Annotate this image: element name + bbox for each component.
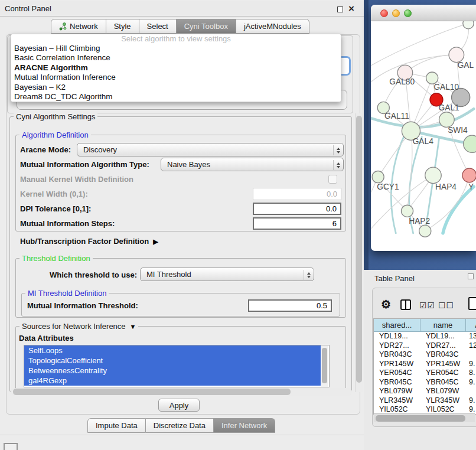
window-close-button[interactable]	[380, 9, 388, 17]
table-cell: YPR145W	[374, 360, 420, 369]
algorithm-option-basic-correlation-inference[interactable]: Basic Correlation Inference	[11, 53, 341, 63]
panel-bottom-divider	[0, 435, 364, 435]
mi-type-value: Naive Bayes	[167, 160, 210, 169]
tab-select[interactable]: Select	[139, 19, 177, 34]
data-attribute-item-selfloops[interactable]: SelfLoops	[24, 345, 321, 356]
combo-arrows-icon	[333, 160, 340, 170]
data-attribute-item-topologicalcoefficient[interactable]: TopologicalCoefficient	[24, 356, 321, 366]
mi-algorithm-type-select[interactable]: Naive Bayes	[161, 158, 344, 171]
table-row[interactable]: YBR043CYBR043C	[374, 350, 476, 360]
combo-arrows-icon	[333, 145, 340, 155]
network-node[interactable]	[425, 167, 441, 183]
network-node-label-hap4: HAP4	[435, 182, 457, 191]
deselect-all-checkboxes-icon[interactable]: ☐☐	[438, 301, 454, 310]
algorithm-option-bayesian-k2[interactable]: Bayesian – K2	[11, 83, 341, 92]
table-cell: YDL19...	[420, 332, 466, 341]
bottom-tab-impute-data[interactable]: Impute Data	[87, 418, 146, 433]
network-canvas[interactable]: GALGAL80GAL10GAL11GAL1SWI4GAL4GCY1HAP4YH…	[371, 21, 476, 251]
collapse-down-icon[interactable]: ▼	[130, 323, 136, 330]
manual-kernel-checkbox[interactable]	[328, 175, 337, 184]
collapse-right-icon[interactable]: ▶	[153, 238, 158, 245]
select-all-checkboxes-icon[interactable]: ☑☑	[419, 301, 435, 310]
table-column-header-shared-[interactable]: shared...	[374, 319, 420, 332]
algorithm-dropdown-list: Bayesian – Hill ClimbingBasic Correlatio…	[11, 44, 341, 102]
bottom-tab-discretize-data[interactable]: Discretize Data	[146, 418, 214, 433]
table-panel-float-icon[interactable]	[468, 273, 474, 279]
network-node[interactable]	[463, 21, 474, 29]
algorithm-option-bayesian-hill-climbing[interactable]: Bayesian – Hill Climbing	[11, 44, 341, 53]
hub-definition-toggle[interactable]: Hub/Transcription Factor Definition▶	[20, 234, 158, 249]
attributes-list-scrollbar-thumb[interactable]	[322, 348, 327, 383]
dpi-tolerance-field[interactable]	[253, 203, 341, 215]
mi-threshold-field[interactable]	[248, 299, 332, 312]
table-cell: YBR045C	[420, 378, 466, 387]
network-node-label-gal80: GAL80	[389, 77, 415, 86]
document-icon[interactable]	[468, 297, 476, 310]
network-edge[interactable]	[443, 187, 474, 233]
data-attribute-item-betweennesscentrality[interactable]: BetweennessCentrality	[24, 366, 321, 376]
network-node[interactable]	[462, 168, 476, 182]
network-node[interactable]	[419, 225, 431, 237]
settings-horizontal-scrollbar-thumb[interactable]	[13, 389, 291, 395]
attributes-list-scrollbar[interactable]	[321, 346, 328, 387]
network-node[interactable]	[426, 72, 438, 84]
table-row[interactable]: YBL079WYBL079W	[374, 387, 476, 396]
table-row[interactable]: YBR045CYBR045C9.	[374, 378, 476, 387]
bottom-tab-infer-network[interactable]: Infer Network	[214, 418, 275, 433]
tab-jactivemnodules[interactable]: jActiveMNodules	[236, 19, 309, 34]
network-node[interactable]	[449, 47, 464, 63]
data-attribute-item-gal4rgexp[interactable]: gal4RGexp	[24, 376, 321, 386]
network-node-label-gal10: GAL10	[433, 83, 459, 92]
algorithm-option-mutual-information-inference[interactable]: Mutual Information Inference	[11, 73, 341, 82]
minimized-panel-icon[interactable]	[4, 443, 18, 450]
algorithm-option-aracne-algorithm[interactable]: ARACNE Algorithm	[11, 63, 341, 73]
control-panel-titlebar: Control Panel ×	[0, 1, 364, 17]
data-attributes-items: SelfLoopsTopologicalCoefficientBetweenne…	[24, 345, 329, 386]
table-settings-gear-icon[interactable]: ⚙	[381, 298, 391, 311]
network-node[interactable]	[372, 171, 384, 183]
table-row[interactable]: YDR27...YDR27...12	[374, 341, 476, 351]
table-horizontal-scrollbar[interactable]	[374, 413, 475, 422]
table-cell: 9.	[466, 396, 476, 406]
network-node-label-gal11: GAL11	[384, 112, 409, 120]
table-cell: YPR145W	[420, 360, 466, 369]
which-threshold-value: MI Threshold	[146, 270, 191, 279]
mi-steps-field[interactable]	[253, 217, 341, 230]
screen: Control Panel × NetworkStyleSelectCyni T…	[0, 0, 476, 450]
network-node[interactable]	[401, 205, 413, 217]
tab-cyni-toolbox[interactable]: Cyni Toolbox	[177, 19, 236, 34]
split-columns-icon[interactable]	[400, 299, 411, 310]
settings-horizontal-scrollbar[interactable]	[11, 388, 352, 396]
table-column-header-a[interactable]: A	[466, 319, 476, 332]
tab-network[interactable]: Network	[51, 19, 106, 34]
aracne-mode-select[interactable]: Discovery	[77, 143, 344, 156]
sources-group-title[interactable]: Sources for Network Inference▼	[19, 322, 138, 331]
table-horizontal-scrollbar-thumb[interactable]	[376, 415, 465, 422]
table-row[interactable]: YPR145WYPR145W9.	[374, 360, 476, 369]
network-node-label-hap2: HAP2	[409, 217, 430, 226]
table-row[interactable]: YER054CYER054C8.	[374, 369, 476, 378]
algorithm-option-dream8-dc-tdc-algorithm[interactable]: Dream8 DC_TDC Algorithm	[11, 92, 341, 102]
settings-vertical-scrollbar[interactable]	[355, 113, 363, 392]
algorithm-dropdown-popup: Select algorithm to view settings Bayesi…	[11, 34, 341, 102]
close-panel-icon[interactable]: ×	[348, 3, 354, 15]
window-minimize-button[interactable]	[392, 9, 400, 17]
settings-vertical-scrollbar-thumb[interactable]	[356, 116, 362, 383]
node-table: shared...nameA YDL19...YDL19...13YDR27..…	[373, 318, 476, 415]
data-attributes-list[interactable]: SelfLoopsTopologicalCoefficientBetweenne…	[24, 345, 330, 387]
float-panel-icon[interactable]	[337, 6, 343, 12]
network-node[interactable]	[464, 135, 476, 152]
apply-button[interactable]: Apply	[158, 399, 200, 412]
kernel-width-field[interactable]	[253, 188, 341, 200]
tab-style[interactable]: Style	[106, 19, 139, 34]
network-node[interactable]	[439, 112, 455, 128]
table-row[interactable]: YDL19...YDL19...13	[374, 332, 476, 341]
window-zoom-button[interactable]	[404, 9, 412, 17]
table-row[interactable]: YLR345WYLR345W9.	[374, 396, 476, 406]
network-window-titlebar[interactable]	[371, 5, 476, 21]
table-cell: YBR043C	[420, 350, 466, 360]
network-node-label-gal4: GAL4	[413, 137, 433, 146]
table-column-header-name[interactable]: name	[420, 319, 466, 332]
table-cell: YDL19...	[374, 332, 420, 341]
which-threshold-select[interactable]: MI Threshold	[140, 268, 314, 281]
